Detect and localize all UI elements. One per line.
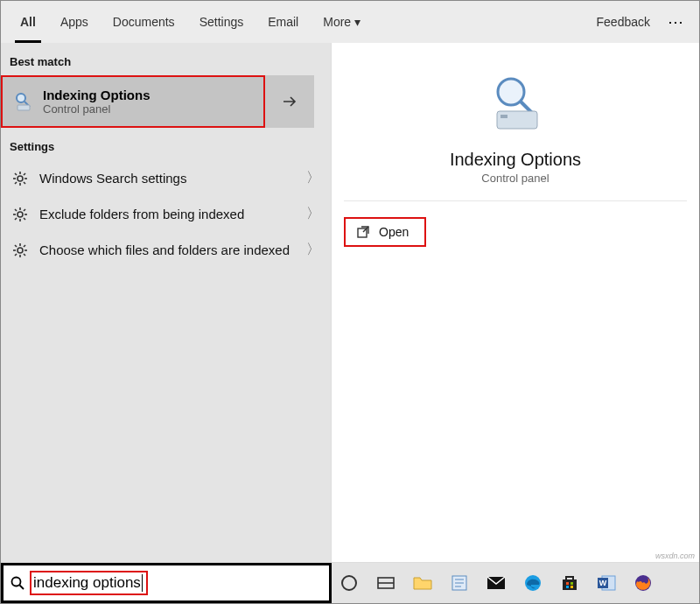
gear-icon — [11, 242, 29, 259]
watermark: wsxdn.com — [655, 551, 695, 560]
svg-rect-47 — [563, 579, 577, 590]
microsoft-store-icon[interactable] — [559, 572, 580, 593]
chevron-right-icon: 〉 — [306, 169, 320, 187]
feedback-link[interactable]: Feedback — [588, 15, 659, 29]
svg-line-8 — [15, 173, 17, 175]
setting-item-windows-search[interactable]: Windows Search settings 〉 — [1, 160, 331, 196]
svg-line-18 — [24, 218, 25, 220]
preview-subtitle: Control panel — [481, 172, 549, 185]
gear-icon — [11, 206, 29, 223]
svg-rect-48 — [566, 582, 569, 585]
notepad-icon[interactable] — [449, 572, 470, 593]
svg-line-10 — [24, 173, 25, 175]
indexing-options-large-icon — [481, 69, 550, 137]
results-pane: Best match Indexing Options Control pane… — [1, 43, 332, 562]
mail-icon[interactable] — [486, 572, 507, 593]
search-input-text: indexing options — [33, 574, 141, 592]
tab-all[interactable]: All — [8, 1, 48, 43]
svg-point-12 — [18, 212, 23, 217]
svg-point-3 — [18, 176, 23, 181]
filter-tabs: All Apps Documents Settings Email More ▾… — [1, 1, 699, 43]
firefox-icon[interactable] — [633, 572, 654, 593]
svg-line-35 — [363, 227, 368, 232]
chevron-right-icon: 〉 — [306, 241, 320, 259]
open-button[interactable]: Open — [344, 217, 426, 247]
arrow-right-icon — [280, 92, 299, 111]
preview-pane: Indexing Options Control panel Open wsxd… — [332, 43, 699, 562]
svg-line-27 — [24, 254, 25, 256]
best-match-expand-button[interactable] — [265, 75, 314, 128]
svg-point-38 — [342, 576, 356, 590]
svg-rect-32 — [497, 111, 537, 129]
chevron-right-icon: 〉 — [306, 205, 320, 223]
svg-line-26 — [15, 245, 17, 247]
svg-line-37 — [20, 586, 24, 590]
gear-icon — [11, 170, 29, 187]
svg-line-17 — [15, 209, 17, 211]
task-view-icon[interactable] — [375, 572, 396, 593]
search-icon — [10, 576, 24, 590]
text-cursor — [142, 574, 143, 592]
svg-point-36 — [12, 578, 21, 586]
chevron-down-icon: ▾ — [354, 15, 360, 29]
best-match-subtitle: Control panel — [43, 102, 150, 116]
tab-email[interactable]: Email — [256, 1, 311, 43]
settings-heading: Settings — [1, 128, 331, 160]
best-match-title: Indexing Options — [43, 88, 150, 102]
open-icon — [356, 225, 370, 239]
svg-rect-49 — [570, 582, 573, 585]
tab-settings[interactable]: Settings — [187, 1, 256, 43]
svg-text:W: W — [599, 579, 607, 587]
taskbar: W — [332, 563, 699, 603]
word-icon[interactable]: W — [596, 572, 617, 593]
svg-rect-50 — [566, 586, 569, 588]
tab-more[interactable]: More ▾ — [311, 1, 373, 43]
svg-line-11 — [15, 182, 17, 184]
svg-rect-33 — [500, 115, 508, 118]
indexing-options-icon — [11, 90, 34, 113]
more-options-button[interactable]: ⋯ — [659, 12, 692, 32]
svg-point-0 — [17, 94, 25, 102]
cortana-ring-icon[interactable] — [339, 572, 360, 593]
setting-item-choose-files-folders[interactable]: Choose which files and folders are index… — [1, 232, 331, 268]
setting-item-exclude-folders[interactable]: Exclude folders from being indexed 〉 — [1, 196, 331, 232]
preview-title: Indexing Options — [450, 150, 581, 170]
tab-documents[interactable]: Documents — [101, 1, 187, 43]
edge-icon[interactable] — [522, 572, 543, 593]
svg-line-19 — [24, 209, 25, 211]
svg-line-20 — [15, 218, 17, 220]
file-explorer-icon[interactable] — [412, 572, 433, 593]
search-box[interactable]: indexing options — [1, 563, 332, 603]
svg-line-9 — [24, 182, 25, 184]
best-match-heading: Best match — [1, 43, 331, 75]
tab-apps[interactable]: Apps — [48, 1, 101, 43]
svg-rect-2 — [18, 105, 30, 110]
svg-point-21 — [18, 248, 23, 253]
svg-rect-51 — [570, 586, 573, 588]
best-match-result[interactable]: Indexing Options Control panel — [1, 75, 265, 128]
svg-line-29 — [15, 254, 17, 256]
svg-line-28 — [24, 245, 25, 247]
